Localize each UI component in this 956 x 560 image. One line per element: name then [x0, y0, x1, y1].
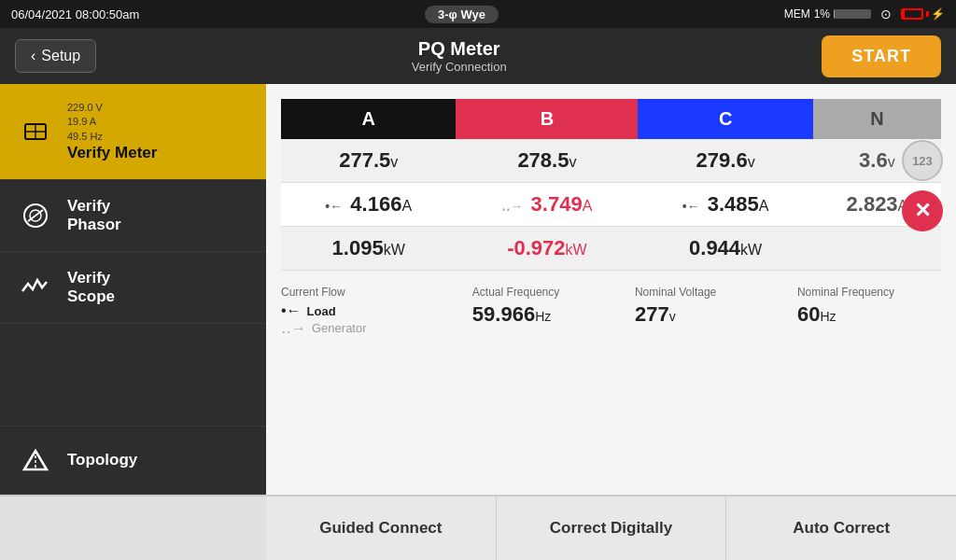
actual-freq-value: 59.966Hz	[472, 302, 616, 327]
nominal-freq-label: Nominal Frequency	[797, 286, 941, 299]
col-header-a: A	[281, 99, 456, 139]
sidebar: 229.0 V19.9 A49.5 Hz Verify Meter Verify…	[0, 84, 266, 495]
error-icon: ✕	[914, 199, 931, 223]
nominal-freq-block: Nominal Frequency 60Hz	[797, 286, 941, 337]
mem-fill	[834, 9, 835, 19]
gen-arrow-b-icon: ‥→	[501, 199, 523, 214]
verify-scope-label: VerifyScope	[67, 269, 115, 306]
topology-label: Topology	[67, 451, 137, 469]
sidebar-item-verify-scope[interactable]: VerifyScope	[0, 252, 266, 324]
load-flow-icon: •←	[281, 302, 302, 319]
table-row-power: 1.095kW -0.972kW 0.944kW	[281, 227, 941, 271]
meter-icon	[19, 115, 52, 148]
battery-body	[901, 8, 923, 20]
system-status: MEM 1% ⊙ ⚡	[784, 7, 945, 21]
measurement-table: A B C N 277.5v 278.5v 279.6v 3.6v •←	[281, 99, 941, 271]
setup-button[interactable]: ‹ Setup	[15, 39, 96, 73]
power-n	[813, 227, 941, 271]
current-flow-block: Current Flow •← Load ‥→ Generator	[281, 286, 454, 337]
current-flow-label: Current Flow	[281, 286, 454, 299]
current-a: •← 4.166A	[281, 183, 456, 227]
auto-correct-button[interactable]: Auto Correct	[726, 497, 956, 560]
back-arrow-icon: ‹	[31, 48, 35, 64]
nominal-voltage-label: Nominal Voltage	[635, 286, 779, 299]
bottom-bar: Guided Connect Correct Digitally Auto Co…	[0, 495, 956, 560]
load-arrow-a-icon: •←	[325, 199, 343, 214]
content-area: A B C N 277.5v 278.5v 279.6v 3.6v •←	[266, 84, 956, 495]
side-badge-area: 123 ✕	[902, 140, 943, 231]
verify-meter-stats: 229.0 V19.9 A49.5 Hz	[67, 101, 157, 144]
header-center: PQ Meter Verify Connection	[412, 38, 507, 74]
nominal-voltage-block: Nominal Voltage 277v	[635, 286, 779, 337]
datetime-label: 06/04/2021 08:00:50am	[11, 7, 139, 21]
actual-freq-label: Actual Frequency	[472, 286, 616, 299]
table-row-voltage: 277.5v 278.5v 279.6v 3.6v	[281, 139, 941, 183]
table-row-current: •← 4.166A ‥→ 3.749A •← 3.485A 2.823A	[281, 183, 941, 227]
mem-progress-bar	[834, 9, 871, 19]
connection-type: 3-φ Wye	[425, 6, 499, 23]
current-c: •← 3.485A	[638, 183, 812, 227]
battery-fill	[903, 10, 905, 18]
power-a: 1.095kW	[281, 227, 456, 271]
phasor-icon	[19, 199, 52, 232]
error-badge[interactable]: ✕	[902, 190, 943, 231]
main-layout: 229.0 V19.9 A49.5 Hz Verify Meter Verify…	[0, 84, 956, 495]
load-label: Load	[307, 304, 336, 318]
sidebar-item-verify-phasor[interactable]: VerifyPhasor	[0, 180, 266, 252]
current-b: ‥→ 3.749A	[456, 183, 638, 227]
gen-flow-icon: ‥→	[281, 319, 306, 337]
page-subtitle: Verify Connection	[412, 60, 507, 74]
gen-label: Generator	[312, 321, 367, 335]
memory-indicator: MEM 1%	[784, 7, 871, 21]
battery-tip	[926, 11, 929, 17]
sidebar-item-topology[interactable]: Topology	[0, 426, 266, 495]
flow-load-item: •← Load	[281, 302, 454, 319]
power-c: 0.944kW	[638, 227, 812, 271]
voltage-a: 277.5v	[281, 139, 456, 183]
verify-meter-label: Verify Meter	[67, 144, 157, 162]
header-bar: ‹ Setup PQ Meter Verify Connection START	[0, 28, 956, 84]
info-section: Current Flow •← Load ‥→ Generator Actual…	[281, 286, 941, 337]
nominal-voltage-value: 277v	[635, 302, 779, 327]
correct-digitally-button[interactable]: Correct Digitally	[497, 497, 727, 560]
start-button[interactable]: START	[822, 35, 941, 77]
col-header-n: N	[813, 99, 941, 139]
page-title: PQ Meter	[412, 38, 507, 60]
status-bar: 06/04/2021 08:00:50am 3-φ Wye MEM 1% ⊙ ⚡	[0, 0, 956, 28]
power-b: -0.972kW	[456, 227, 638, 271]
guided-connect-button[interactable]: Guided Connect	[266, 497, 497, 560]
actual-freq-block: Actual Frequency 59.966Hz	[472, 286, 616, 337]
lightning-icon: ⚡	[931, 7, 945, 21]
flow-gen-item: ‥→ Generator	[281, 319, 454, 337]
sidebar-spacer	[0, 324, 266, 426]
wifi-icon: ⊙	[880, 7, 892, 21]
nominal-freq-value: 60Hz	[797, 302, 941, 327]
sidebar-item-verify-meter[interactable]: 229.0 V19.9 A49.5 Hz Verify Meter	[0, 84, 266, 180]
battery-icon: ⚡	[901, 7, 945, 21]
col-header-b: B	[456, 99, 638, 139]
col-header-c: C	[638, 99, 812, 139]
verify-phasor-label: VerifyPhasor	[67, 197, 121, 234]
voltage-b: 278.5v	[456, 139, 638, 183]
load-arrow-c-icon: •←	[682, 199, 700, 214]
scope-icon	[19, 271, 52, 304]
topology-icon	[19, 443, 52, 477]
verify-meter-info: 229.0 V19.9 A49.5 Hz Verify Meter	[67, 101, 157, 162]
number-badge[interactable]: 123	[902, 140, 943, 181]
voltage-c: 279.6v	[638, 139, 812, 183]
